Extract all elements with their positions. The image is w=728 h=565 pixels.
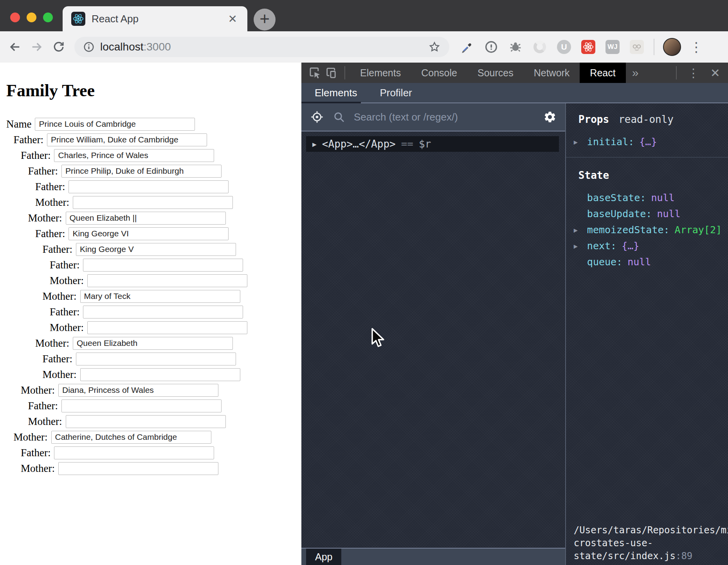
devtools-tab-elements[interactable]: Elements <box>350 63 411 83</box>
inspector-item-baseUpdate: baseUpdate:null <box>574 206 722 222</box>
back-button[interactable] <box>6 38 23 56</box>
wj-extension-icon[interactable]: WJ <box>605 40 620 54</box>
devtools-tab-network[interactable]: Network <box>524 63 580 83</box>
family-row: Father: <box>21 148 301 163</box>
family-row: Mother: <box>21 461 301 476</box>
inspector-item-next[interactable]: ▶next:{…} <box>574 238 722 254</box>
component-source-path[interactable]: /Users/taras/Repositories/microstates-us… <box>574 524 728 563</box>
expand-arrow-icon[interactable]: ▶ <box>574 138 587 146</box>
url-bar[interactable]: localhost:3000 <box>74 37 449 57</box>
browser-tab[interactable]: React App ✕ <box>63 6 247 31</box>
person-name-input[interactable] <box>68 180 229 193</box>
person-name-input[interactable] <box>80 290 240 303</box>
selected-component-row[interactable]: ▶ <App>…</App> == $r <box>306 136 559 152</box>
u-extension-icon[interactable]: U <box>557 40 571 54</box>
web-page: Family Tree NameFather:Father:Father:Fat… <box>0 63 301 565</box>
new-tab-button[interactable]: + <box>254 9 276 31</box>
family-row: Mother: <box>28 414 302 429</box>
react-subtab-elements[interactable]: Elements <box>315 87 357 99</box>
browser-menu-icon[interactable]: ⋮ <box>690 40 703 54</box>
react-devtools-extension-icon[interactable] <box>581 40 596 54</box>
person-name-input[interactable] <box>58 384 218 397</box>
toolbar-separator <box>654 39 654 55</box>
devtools-tab-console[interactable]: Console <box>411 63 467 83</box>
person-name-input[interactable] <box>47 133 207 146</box>
family-tree-form: NameFather:Father:Father:Father:Mother:M… <box>6 116 301 476</box>
person-name-input[interactable] <box>68 227 229 240</box>
person-name-input[interactable] <box>61 399 222 412</box>
expand-arrow-icon[interactable]: ▶ <box>312 140 317 148</box>
select-element-target-icon[interactable] <box>310 110 324 124</box>
console-reference: $r <box>419 138 431 150</box>
person-name-input[interactable] <box>35 118 195 131</box>
breadcrumb-app[interactable]: App <box>306 549 341 565</box>
person-name-input[interactable] <box>80 368 240 381</box>
inspector-item-memoizedState[interactable]: ▶memoizedState:Array[2] <box>574 222 722 238</box>
person-name-input[interactable] <box>87 321 247 334</box>
family-row: Father: <box>21 445 301 461</box>
password-manager-extension-icon[interactable] <box>484 40 499 54</box>
family-row: Mother: <box>28 210 302 226</box>
search-input[interactable] <box>353 111 543 124</box>
reload-button[interactable] <box>50 38 67 56</box>
device-toolbar-icon[interactable] <box>323 65 340 81</box>
inspector-item-baseState: baseState:null <box>574 190 722 206</box>
eyedropper-extension-icon[interactable] <box>460 40 474 54</box>
item-value: null <box>657 208 680 220</box>
relation-label: Father: <box>14 134 43 146</box>
browser-tabstrip: React App ✕ + <box>0 0 728 31</box>
topbar-separator-right <box>676 66 677 79</box>
zoom-window-button[interactable] <box>43 13 53 22</box>
page-info-icon[interactable] <box>83 41 95 53</box>
props-section: Props read-only ▶initial:{…} <box>566 103 728 158</box>
person-name-input[interactable] <box>73 196 233 209</box>
devtools-menu-icon[interactable]: ⋮ <box>681 66 706 80</box>
person-name-input[interactable] <box>76 243 236 256</box>
bookmark-star-icon[interactable] <box>428 41 441 53</box>
item-key: baseUpdate: <box>587 208 652 220</box>
person-name-input[interactable] <box>73 337 233 350</box>
person-name-input[interactable] <box>83 306 243 318</box>
family-row: Mother: <box>50 320 301 335</box>
forward-button[interactable] <box>28 38 45 56</box>
component-breadcrumb-bar: App <box>301 548 565 565</box>
relation-label: Father: <box>35 181 65 193</box>
devtools-close-icon[interactable]: ✕ <box>706 66 722 80</box>
url-host: localhost <box>100 41 144 53</box>
browser-toolbar: localhost:3000 <box>0 31 728 63</box>
minimize-window-button[interactable] <box>27 13 36 22</box>
inspect-element-icon[interactable] <box>307 65 323 81</box>
relation-label: Father: <box>43 353 72 365</box>
person-name-input[interactable] <box>66 212 226 225</box>
item-key: queue: <box>587 256 622 268</box>
source-line-number: :89 <box>676 551 692 561</box>
component-tree: ▶ <App>…</App> == $r <box>301 131 565 548</box>
person-name-input[interactable] <box>58 462 218 475</box>
person-name-input[interactable] <box>54 446 214 459</box>
person-name-input[interactable] <box>54 149 214 162</box>
more-tabs-chevron-icon[interactable]: » <box>626 63 645 83</box>
person-name-input[interactable] <box>66 415 226 428</box>
swirl-extension-icon[interactable] <box>532 40 547 54</box>
close-window-button[interactable] <box>10 13 20 22</box>
expand-arrow-icon[interactable]: ▶ <box>574 242 587 250</box>
ember-extension-icon[interactable] <box>629 40 644 54</box>
topbar-separator <box>344 66 345 79</box>
person-name-input[interactable] <box>87 274 247 287</box>
component-tag: <App>…</App> <box>322 138 396 150</box>
person-name-input[interactable] <box>83 259 243 272</box>
item-value: null <box>651 192 674 203</box>
inspector-item-initial[interactable]: ▶initial:{…} <box>574 134 722 150</box>
devtools-tab-sources[interactable]: Sources <box>467 63 524 83</box>
person-name-input[interactable] <box>76 353 236 365</box>
profile-avatar[interactable] <box>663 38 681 56</box>
expand-arrow-icon[interactable]: ▶ <box>574 226 587 234</box>
react-subtab-profiler[interactable]: Profiler <box>380 87 412 99</box>
family-row: Mother: <box>43 367 302 382</box>
person-name-input[interactable] <box>51 431 211 444</box>
tab-close-icon[interactable]: ✕ <box>227 13 239 25</box>
person-name-input[interactable] <box>61 165 222 178</box>
settings-gear-icon[interactable] <box>543 110 557 124</box>
devtools-tab-react[interactable]: React <box>580 63 625 83</box>
debugger-extension-icon[interactable] <box>508 40 523 54</box>
